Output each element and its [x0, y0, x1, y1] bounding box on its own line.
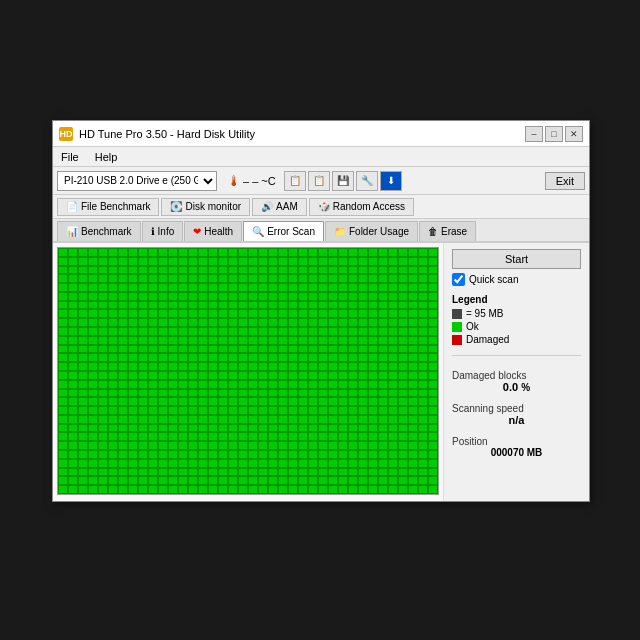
grid-cell	[88, 257, 98, 266]
icon-btn-2[interactable]: 📋	[308, 171, 330, 191]
grid-cell	[198, 424, 208, 433]
grid-cell	[258, 432, 268, 441]
grid-cell	[228, 415, 238, 424]
grid-cell	[108, 485, 118, 494]
grid-cell	[128, 292, 138, 301]
random-access-icon: 🎲	[318, 201, 330, 212]
grid-cell	[98, 318, 108, 327]
grid-cell	[218, 301, 228, 310]
grid-cell	[188, 292, 198, 301]
grid-cell	[138, 318, 148, 327]
grid-cell	[118, 485, 128, 494]
benchmark-icon: 📊	[66, 226, 78, 237]
grid-cell	[318, 432, 328, 441]
grid-cell	[378, 389, 388, 398]
tab-health[interactable]: ❤ Health	[184, 221, 242, 241]
tab-error-scan[interactable]: 🔍 Error Scan	[243, 221, 324, 241]
grid-cell	[88, 362, 98, 371]
grid-cell	[248, 476, 258, 485]
maximize-button[interactable]: □	[545, 126, 563, 142]
grid-cell	[68, 380, 78, 389]
grid-cell	[338, 468, 348, 477]
grid-cell	[208, 345, 218, 354]
grid-cell	[378, 266, 388, 275]
aam-button[interactable]: 🔊 AAM	[252, 198, 307, 216]
grid-cell	[228, 397, 238, 406]
grid-cell	[428, 257, 438, 266]
grid-cell	[208, 353, 218, 362]
grid-cell	[328, 389, 338, 398]
position-value: 000070 MB	[452, 447, 581, 458]
grid-cell	[348, 345, 358, 354]
file-benchmark-button[interactable]: 📄 File Benchmark	[57, 198, 159, 216]
grid-cell	[168, 406, 178, 415]
grid-cell	[128, 406, 138, 415]
grid-cell	[178, 380, 188, 389]
grid-cell	[158, 476, 168, 485]
grid-cell	[328, 309, 338, 318]
temperature-display: 🌡 – – ~C	[227, 173, 276, 189]
disk-monitor-button[interactable]: 💽 Disk monitor	[161, 198, 250, 216]
grid-cell	[68, 441, 78, 450]
grid-cell	[418, 476, 428, 485]
tab-benchmark[interactable]: 📊 Benchmark	[57, 221, 141, 241]
grid-cell	[298, 301, 308, 310]
grid-cell	[428, 468, 438, 477]
grid-cell	[248, 309, 258, 318]
grid-cell	[148, 397, 158, 406]
grid-cell	[358, 485, 368, 494]
tab-erase[interactable]: 🗑 Erase	[419, 221, 476, 241]
grid-cell	[58, 327, 68, 336]
grid-cell	[188, 345, 198, 354]
menu-file[interactable]: File	[57, 150, 83, 164]
grid-cell	[118, 389, 128, 398]
minimize-button[interactable]: –	[525, 126, 543, 142]
close-button[interactable]: ✕	[565, 126, 583, 142]
grid-cell	[418, 406, 428, 415]
grid-cell	[368, 353, 378, 362]
drive-selector[interactable]: PI-210 USB 2.0 Drive e (250 GB)	[57, 171, 217, 191]
grid-cell	[328, 485, 338, 494]
grid-cell	[258, 371, 268, 380]
aam-icon: 🔊	[261, 201, 273, 212]
grid-cell	[148, 424, 158, 433]
grid-cell	[388, 485, 398, 494]
grid-cell	[68, 327, 78, 336]
icon-btn-5[interactable]: ⬇	[380, 171, 402, 191]
grid-cell	[148, 389, 158, 398]
grid-cell	[118, 292, 128, 301]
grid-cell	[278, 318, 288, 327]
grid-cell	[338, 432, 348, 441]
icon-btn-4[interactable]: 🔧	[356, 171, 378, 191]
grid-cell	[88, 336, 98, 345]
start-button[interactable]: Start	[452, 249, 581, 269]
grid-cell	[118, 397, 128, 406]
grid-cell	[58, 468, 68, 477]
grid-cell	[208, 476, 218, 485]
exit-button[interactable]: Exit	[545, 172, 585, 190]
menu-help[interactable]: Help	[91, 150, 122, 164]
grid-cell	[308, 441, 318, 450]
tab-folder-usage[interactable]: 📁 Folder Usage	[325, 221, 418, 241]
icon-btn-3[interactable]: 💾	[332, 171, 354, 191]
grid-cell	[278, 283, 288, 292]
position-section: Position 000070 MB	[452, 436, 581, 458]
grid-cell	[218, 309, 228, 318]
grid-cell	[258, 336, 268, 345]
grid-cell	[188, 274, 198, 283]
tab-info[interactable]: ℹ Info	[142, 221, 184, 241]
legend-item-size: = 95 MB	[452, 308, 581, 319]
icon-btn-1[interactable]: 📋	[284, 171, 306, 191]
grid-cell	[348, 248, 358, 257]
grid-cell	[428, 266, 438, 275]
grid-cell	[88, 468, 98, 477]
grid-cell	[268, 459, 278, 468]
legend-section: Legend = 95 MB Ok Damaged	[452, 294, 581, 347]
random-access-button[interactable]: 🎲 Random Access	[309, 198, 414, 216]
grid-cell	[238, 389, 248, 398]
grid-cell	[168, 283, 178, 292]
quick-scan-checkbox[interactable]	[452, 273, 465, 286]
grid-cell	[348, 450, 358, 459]
grid-cell	[168, 397, 178, 406]
grid-cell	[248, 424, 258, 433]
